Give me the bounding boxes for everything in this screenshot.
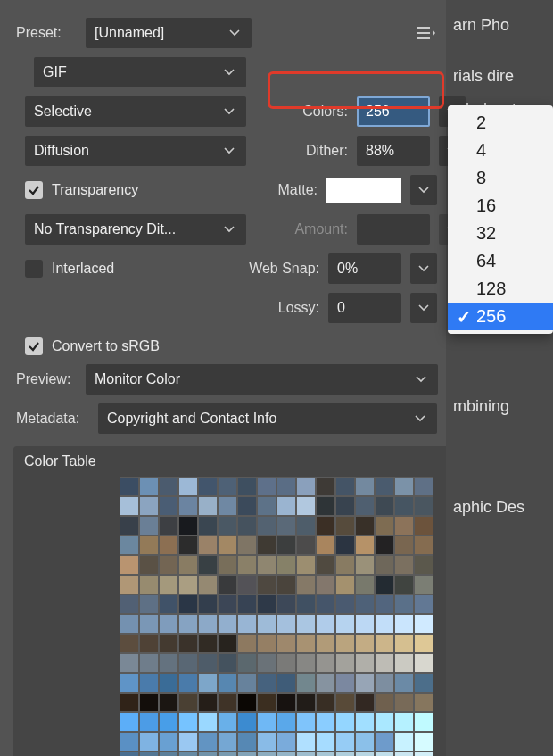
color-swatch[interactable] [297, 517, 315, 535]
color-swatch[interactable] [317, 615, 334, 633]
color-swatch[interactable] [219, 752, 236, 756]
colors-option[interactable]: 4 [448, 137, 553, 164]
color-swatch[interactable] [140, 576, 158, 594]
srgb-checkbox[interactable] [25, 337, 43, 355]
trans-dither-select[interactable]: No Transparency Dit... [25, 214, 246, 245]
format-select[interactable]: GIF [34, 57, 246, 87]
color-swatch[interactable] [179, 674, 197, 692]
color-swatch[interactable] [336, 713, 354, 731]
color-swatch[interactable] [199, 517, 217, 535]
color-swatch[interactable] [199, 694, 217, 711]
color-swatch[interactable] [219, 733, 236, 751]
colors-option[interactable]: 128 [448, 275, 553, 303]
metadata-select[interactable]: Copyright and Contact Info [98, 403, 437, 434]
color-swatch[interactable] [277, 595, 295, 613]
color-swatch[interactable] [258, 556, 276, 574]
color-swatch[interactable] [395, 694, 413, 711]
color-swatch[interactable] [179, 556, 197, 574]
color-swatch[interactable] [336, 615, 354, 633]
color-swatch[interactable] [376, 694, 393, 711]
color-swatch[interactable] [277, 478, 295, 495]
color-swatch[interactable] [140, 635, 158, 652]
color-swatch[interactable] [140, 713, 158, 731]
color-swatch[interactable] [199, 595, 217, 613]
color-swatch[interactable] [277, 497, 295, 515]
color-swatch[interactable] [376, 654, 393, 672]
color-swatch[interactable] [179, 752, 197, 756]
color-swatch[interactable] [199, 713, 217, 731]
color-swatch[interactable] [356, 615, 374, 633]
color-swatch[interactable] [415, 497, 433, 515]
palette-select[interactable]: Selective [25, 96, 246, 127]
color-swatch[interactable] [277, 733, 295, 751]
color-swatch[interactable] [179, 713, 197, 731]
color-swatch[interactable] [395, 517, 413, 535]
color-swatch[interactable] [395, 576, 413, 594]
color-swatch[interactable] [376, 674, 393, 692]
color-swatch[interactable] [120, 635, 138, 652]
color-swatch[interactable] [258, 635, 276, 652]
color-swatch[interactable] [317, 674, 334, 692]
color-swatch[interactable] [395, 733, 413, 751]
color-swatch[interactable] [219, 576, 236, 594]
color-swatch[interactable] [179, 654, 197, 672]
color-swatch[interactable] [219, 517, 236, 535]
lossy-stepper[interactable] [410, 293, 437, 323]
color-swatch[interactable] [160, 713, 177, 731]
color-swatch[interactable] [179, 694, 197, 711]
color-swatch[interactable] [277, 694, 295, 711]
color-swatch[interactable] [317, 733, 334, 751]
colors-option[interactable]: 64 [448, 247, 553, 275]
color-swatch[interactable] [160, 752, 177, 756]
color-swatch[interactable] [317, 576, 334, 594]
color-swatch[interactable] [415, 517, 433, 535]
color-swatch[interactable] [297, 497, 315, 515]
color-swatch[interactable] [199, 674, 217, 692]
color-swatch[interactable] [160, 654, 177, 672]
color-swatch[interactable] [140, 517, 158, 535]
color-swatch[interactable] [238, 654, 256, 672]
color-swatch[interactable] [120, 694, 138, 711]
color-swatch[interactable] [395, 556, 413, 574]
color-swatch[interactable] [120, 654, 138, 672]
color-swatch[interactable] [356, 752, 374, 756]
color-swatch[interactable] [415, 752, 433, 756]
color-swatch[interactable] [356, 576, 374, 594]
color-swatch[interactable] [238, 556, 256, 574]
color-swatch[interactable] [297, 556, 315, 574]
color-swatch[interactable] [199, 478, 217, 495]
color-swatch[interactable] [120, 556, 138, 574]
color-swatch[interactable] [179, 635, 197, 652]
color-swatch[interactable] [336, 635, 354, 652]
color-swatch[interactable] [199, 654, 217, 672]
color-swatch[interactable] [258, 752, 276, 756]
color-swatch[interactable] [238, 713, 256, 731]
color-swatch[interactable] [376, 478, 393, 495]
color-swatch[interactable] [179, 517, 197, 535]
color-swatch[interactable] [297, 694, 315, 711]
color-swatch[interactable] [317, 752, 334, 756]
lossy-input[interactable]: 0 [328, 293, 401, 323]
color-swatch[interactable] [317, 478, 334, 495]
color-swatch[interactable] [258, 654, 276, 672]
color-swatch[interactable] [395, 635, 413, 652]
color-swatch[interactable] [395, 674, 413, 692]
color-swatch[interactable] [336, 694, 354, 711]
color-swatch[interactable] [219, 478, 236, 495]
color-swatch[interactable] [376, 595, 393, 613]
color-swatch[interactable] [258, 694, 276, 711]
color-swatch[interactable] [415, 536, 433, 554]
color-swatch[interactable] [415, 615, 433, 633]
color-swatch[interactable] [120, 536, 138, 554]
color-swatch[interactable] [199, 536, 217, 554]
color-swatch[interactable] [277, 713, 295, 731]
color-swatch[interactable] [317, 694, 334, 711]
color-swatch[interactable] [356, 694, 374, 711]
color-swatch[interactable] [415, 576, 433, 594]
color-swatch[interactable] [336, 733, 354, 751]
color-swatch[interactable] [376, 733, 393, 751]
interlaced-checkbox[interactable] [25, 260, 43, 278]
color-swatch[interactable] [415, 478, 433, 495]
color-swatch[interactable] [258, 497, 276, 515]
color-swatch[interactable] [277, 536, 295, 554]
